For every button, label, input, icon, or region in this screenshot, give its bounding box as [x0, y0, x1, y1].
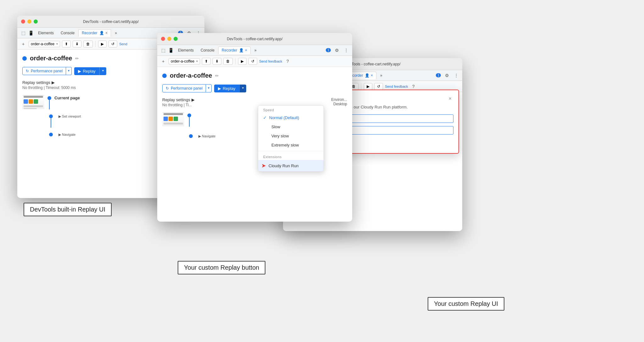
tab-console-1[interactable]: Console: [58, 30, 78, 36]
export-btn-1[interactable]: ⬆: [62, 41, 71, 47]
redo-btn-1[interactable]: ↺: [108, 41, 117, 47]
send-feedback-2[interactable]: Send feedback: [259, 59, 282, 63]
extensions-section-label: Extensions: [258, 152, 324, 160]
recorder-tab-label-1: Recorder: [82, 31, 97, 35]
step-line-2: [51, 118, 51, 128]
inspect-icon-2[interactable]: ⬚: [160, 47, 167, 54]
delete-btn-2[interactable]: 🗑: [223, 58, 233, 65]
menu-cloudy-run[interactable]: ➤ Cloudy Run Run: [258, 160, 324, 171]
replay-btn-1[interactable]: ▶ Replay: [74, 67, 99, 75]
replay-btn-2[interactable]: ▶ Replay: [214, 85, 239, 92]
record-btn-2[interactable]: ▶: [238, 58, 247, 65]
recording-title-2: order-a-coffee ✏: [162, 72, 347, 79]
thumb-content-1: [22, 96, 44, 109]
more-icon-3[interactable]: ⋮: [453, 72, 460, 79]
record-btn-3[interactable]: ▶: [364, 83, 372, 90]
step-connector-2: [49, 113, 53, 128]
settings-icon-3[interactable]: ⚙: [443, 72, 450, 79]
send-feedback-1[interactable]: Send: [119, 42, 127, 46]
device-icon[interactable]: 📱: [27, 30, 34, 36]
thumb-content-2: [162, 113, 184, 126]
tab-console-2[interactable]: Console: [197, 47, 218, 54]
expand-navigate-1[interactable]: ▶ Navigate: [58, 133, 75, 136]
expand-navigate-2[interactable]: ▶ Navigate: [198, 134, 215, 138]
thumb-bar-4: [164, 113, 183, 115]
settings-label-1[interactable]: Replay settings ▶: [22, 80, 172, 85]
help-icon-2[interactable]: ?: [284, 58, 291, 65]
recording-select-2[interactable]: order-a-coffee ▾: [169, 58, 200, 64]
caption-custom-btn-text: Your custom Replay button: [184, 264, 259, 271]
step-dot-3: [49, 133, 53, 136]
current-page-label: Current page: [54, 96, 80, 100]
minimize-btn-2[interactable]: [167, 37, 171, 41]
step-label-viewport: ▶ Set viewport: [58, 113, 81, 119]
export-btn-2[interactable]: ⬆: [202, 58, 211, 65]
menu-normal[interactable]: ✓ Normal (Default): [258, 113, 324, 122]
tab-more-1[interactable]: »: [112, 30, 120, 36]
tab-more-2[interactable]: »: [251, 47, 260, 54]
thumb-item-6: [174, 117, 178, 121]
close-btn-2[interactable]: [161, 37, 165, 41]
window-2: DevTools - coffee-cart.netlify.app/ ⬚ 📱 …: [157, 33, 352, 222]
thumb-bar-5: [164, 123, 183, 124]
dialog-close-btn[interactable]: ×: [447, 95, 453, 102]
add-btn-2[interactable]: +: [160, 58, 167, 65]
traffic-lights-1: [21, 19, 38, 24]
maximize-btn-1[interactable]: [34, 19, 38, 24]
window-title-3: DevTools - coffee-cart.netlify.app/: [345, 62, 401, 66]
perf-panel-group-2: ↻ Performance panel ▾: [162, 84, 212, 92]
tab-actions-3: 1 ⚙ ⋮: [436, 72, 460, 79]
settings-icon-2[interactable]: ⚙: [333, 47, 340, 54]
device-icon-2[interactable]: 📱: [167, 47, 174, 54]
send-feedback-3[interactable]: Send feedback: [385, 85, 408, 88]
redo-btn-2[interactable]: ↺: [248, 58, 257, 65]
settings-label-2[interactable]: Replay settings ▶: [162, 97, 325, 102]
inspect-icon[interactable]: ⬚: [20, 30, 27, 36]
step-connector-4: [187, 112, 191, 127]
import-btn-1[interactable]: ⬇: [73, 41, 81, 47]
close-btn-1[interactable]: [21, 19, 25, 24]
step-connector-3: [49, 131, 53, 136]
menu-extremely-slow[interactable]: Extremely slow: [258, 141, 324, 150]
perf-chevron-1[interactable]: ▾: [66, 67, 72, 75]
maximize-btn-2[interactable]: [174, 37, 178, 41]
select-chevron-1: ▾: [56, 42, 58, 46]
perf-chevron-2[interactable]: ▾: [206, 84, 212, 92]
expand-viewport[interactable]: ▶ Set viewport: [58, 114, 81, 118]
minimize-btn-1[interactable]: [27, 19, 31, 24]
tab-recorder-2[interactable]: Recorder 👤 ×: [218, 47, 251, 54]
recording-name-display-1: order-a-coffee: [30, 55, 72, 62]
tab-recorder-1[interactable]: Recorder 👤 ×: [78, 29, 111, 37]
menu-slow[interactable]: Slow: [258, 122, 324, 131]
divider-3: [361, 83, 361, 90]
perf-panel-btn-1[interactable]: ↻ Performance panel: [22, 67, 66, 75]
redo-btn-3[interactable]: ↺: [374, 83, 383, 90]
replay-chevron-2[interactable]: ▾: [239, 85, 246, 92]
thumb-items-2: [162, 116, 184, 122]
replay-label-1: Replay: [83, 69, 95, 74]
edit-icon-2[interactable]: ✏: [215, 73, 219, 78]
help-icon-3[interactable]: ?: [410, 83, 417, 90]
record-btn-1[interactable]: ▶: [98, 41, 107, 47]
tab-elements-2[interactable]: Elements: [175, 47, 197, 54]
caption-built-in: DevTools built-in Replay UI: [24, 203, 112, 216]
devtools-tabs-2: ⬚ 📱 Elements Console Recorder 👤 × » 1 ⚙ …: [157, 45, 352, 56]
badge-3: 1: [436, 73, 441, 77]
delete-btn-1[interactable]: 🗑: [83, 41, 93, 47]
step-dot-4: [187, 113, 191, 117]
add-recording-btn-1[interactable]: +: [20, 41, 27, 47]
perf-panel-btn-2[interactable]: ↻ Performance panel: [162, 84, 206, 92]
tab-more-3[interactable]: »: [377, 72, 386, 79]
step-connector-1: [47, 95, 51, 109]
import-btn-2[interactable]: ⬇: [213, 58, 221, 65]
settings-values-1: No throttling | Timeout: 5000 ms: [22, 86, 172, 90]
recording-select-1[interactable]: order-a-coffee ▾: [29, 41, 60, 47]
menu-very-slow[interactable]: Very slow: [258, 131, 324, 141]
window-title-1: DevTools - coffee-cart.netlify.app/: [83, 19, 139, 24]
edit-icon-1[interactable]: ✏: [75, 56, 79, 61]
arrow-icon: ➤: [261, 162, 266, 169]
more-icon-2[interactable]: ⋮: [343, 47, 350, 54]
tab-elements-1[interactable]: Elements: [35, 30, 57, 36]
replay-chevron-1[interactable]: ▾: [99, 67, 106, 75]
menu-divider: [258, 151, 324, 151]
